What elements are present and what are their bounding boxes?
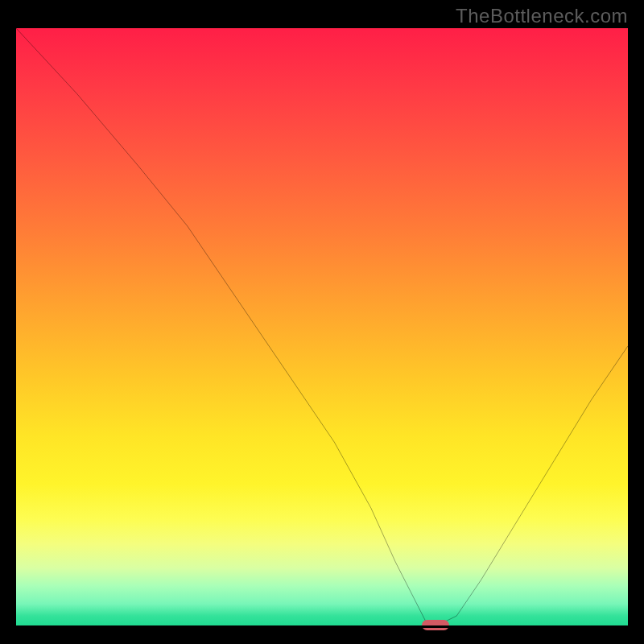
plot-area [16,28,628,628]
x-axis-baseline [16,625,628,628]
chart-frame: TheBottleneck.com [0,0,644,644]
bottleneck-curve [16,28,628,628]
curve-path [16,28,628,622]
watermark-label: TheBottleneck.com [456,5,628,27]
